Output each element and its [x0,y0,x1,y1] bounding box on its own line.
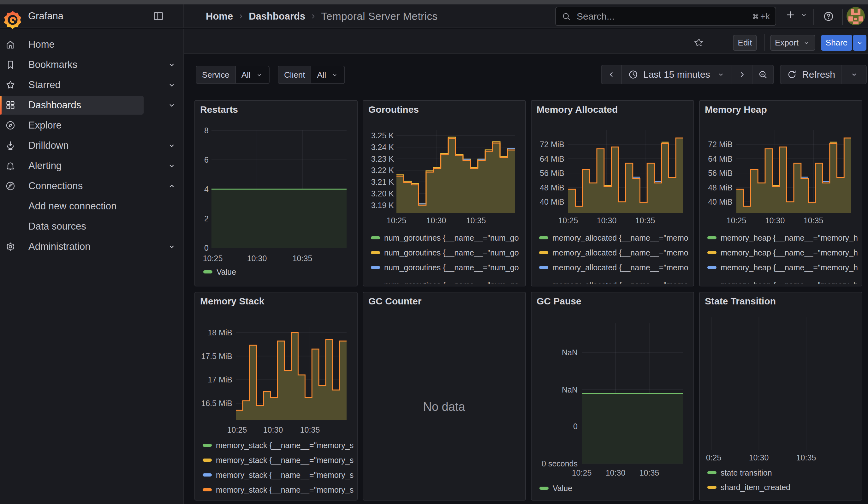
svg-text:10:35: 10:35 [466,216,486,225]
svg-text:10:25: 10:25 [558,216,578,225]
svg-text:3.23 K: 3.23 K [371,154,394,163]
svg-text:num_goroutines {__name__="num_: num_goroutines {__name__="num_go [384,263,519,272]
svg-text:17.5 MiB: 17.5 MiB [201,352,232,361]
svg-text:10:25: 10:25 [387,216,406,225]
svg-text:0: 0 [573,422,578,431]
svg-text:10:25: 10:25 [726,216,746,225]
svg-text:6: 6 [204,155,209,164]
svg-text:memory_allocated {__name__="me: memory_allocated {__name__="memo [552,263,689,272]
svg-text:state transition: state transition [721,468,772,477]
svg-text:memory_stack {__name__="memory: memory_stack {__name__="memory_s [216,485,353,494]
svg-text:0 seconds: 0 seconds [541,459,578,468]
svg-text:memory_stack {__name__="memory: memory_stack {__name__="memory_s [216,471,353,480]
svg-text:72 MiB: 72 MiB [540,140,564,149]
svg-text:10:35: 10:35 [300,425,320,434]
svg-text:10:25: 10:25 [572,468,592,477]
svg-text:64 MiB: 64 MiB [708,154,733,163]
svg-text:No data: No data [423,400,465,413]
svg-text:memory_heap {__name__="memory_: memory_heap {__name__="memory_h [721,263,858,272]
svg-text:0:25: 0:25 [706,453,722,462]
svg-text:memory_allocated {__name__="me: memory_allocated {__name__="memo [552,233,689,242]
svg-text:num_goroutines {__name__="num_: num_goroutines {__name__="num_go [384,248,519,257]
svg-text:memory_allocated {__name__="me: memory_allocated {__name__="memo [552,281,689,290]
svg-text:Value: Value [217,267,236,276]
svg-text:48 MiB: 48 MiB [540,183,564,192]
svg-text:10:30: 10:30 [263,425,283,434]
svg-text:10:35: 10:35 [292,254,312,263]
svg-text:0: 0 [204,244,209,252]
svg-text:56 MiB: 56 MiB [540,169,564,177]
svg-text:10:30: 10:30 [247,254,267,263]
svg-text:num_goroutines {__name__="num_: num_goroutines {__name__="num_go [384,281,519,290]
svg-text:shard_item_created: shard_item_created [721,483,790,492]
svg-text:Value: Value [553,484,572,493]
svg-text:3.21 K: 3.21 K [371,177,394,186]
svg-text:num_goroutines {__name__="num_: num_goroutines {__name__="num_go [384,233,519,242]
svg-text:10:25: 10:25 [203,254,223,263]
svg-text:18 MiB: 18 MiB [208,328,232,337]
svg-text:40 MiB: 40 MiB [708,197,733,206]
svg-text:3.20 K: 3.20 K [371,189,394,198]
svg-text:memory_stack {__name__="memory: memory_stack {__name__="memory_s [216,441,353,450]
svg-text:4: 4 [204,185,209,194]
svg-text:48 MiB: 48 MiB [708,183,733,192]
svg-text:56 MiB: 56 MiB [708,169,733,177]
svg-text:memory_heap {__name__="memory_: memory_heap {__name__="memory_h [721,233,858,242]
svg-text:10:30: 10:30 [426,216,446,225]
svg-text:2: 2 [204,214,209,223]
svg-text:40 MiB: 40 MiB [540,197,564,206]
svg-text:3.25 K: 3.25 K [371,131,394,140]
svg-text:memory_heap {__name__="memory_: memory_heap {__name__="memory_h [721,281,858,290]
svg-text:16.5 MiB: 16.5 MiB [201,399,232,408]
svg-text:10:30: 10:30 [765,216,785,225]
svg-text:10:35: 10:35 [640,468,659,477]
svg-text:10:30: 10:30 [597,216,617,225]
svg-text:17 MiB: 17 MiB [208,375,232,384]
svg-text:NaN: NaN [562,385,578,394]
svg-text:72 MiB: 72 MiB [708,140,733,149]
svg-text:8: 8 [204,126,209,135]
svg-text:10:30: 10:30 [606,468,626,477]
svg-text:memory_allocated {__name__="me: memory_allocated {__name__="memo [552,248,689,257]
svg-text:memory_heap {__name__="memory_: memory_heap {__name__="memory_h [721,248,858,257]
svg-text:10:35: 10:35 [804,216,824,225]
svg-text:64 MiB: 64 MiB [540,154,564,163]
svg-text:10:35: 10:35 [636,216,655,225]
svg-text:3.19 K: 3.19 K [371,201,394,210]
svg-text:3.24 K: 3.24 K [371,143,394,152]
svg-text:10:35: 10:35 [796,453,816,462]
svg-text:memory_stack {__name__="memory: memory_stack {__name__="memory_s [216,456,353,464]
svg-text:3.22 K: 3.22 K [371,166,394,175]
svg-text:10:30: 10:30 [749,453,769,462]
svg-text:NaN: NaN [562,348,578,357]
svg-text:10:25: 10:25 [227,425,247,434]
